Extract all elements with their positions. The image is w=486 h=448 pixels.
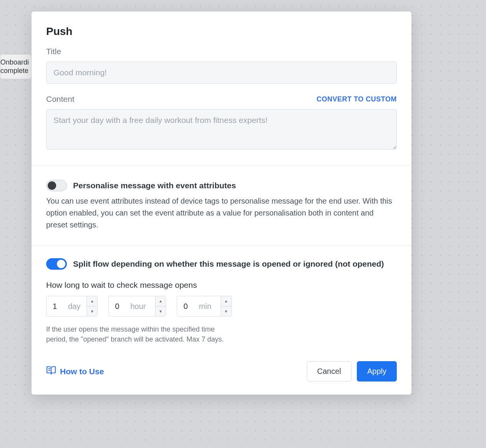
personalise-toggle[interactable] [46, 180, 67, 191]
split-toggle[interactable] [46, 258, 67, 270]
min-step-down[interactable]: ▼ [221, 307, 231, 317]
hour-step-down[interactable]: ▼ [155, 307, 166, 317]
title-input[interactable] [46, 61, 397, 84]
convert-to-custom-button[interactable]: CONVERT TO CUSTOM [316, 95, 397, 103]
wait-spinners: day ▲ ▼ hour ▲ ▼ min ▲ ▼ [46, 296, 397, 317]
min-input[interactable] [177, 296, 196, 316]
day-input[interactable] [47, 296, 66, 316]
min-step-up[interactable]: ▲ [221, 296, 231, 307]
section-personalise: Personalise message with event attribute… [32, 166, 411, 246]
personalise-label: Personalise message with event attribute… [73, 181, 236, 190]
min-spinner: min ▲ ▼ [177, 296, 231, 317]
hour-input[interactable] [109, 296, 128, 316]
how-to-use-label: How to Use [60, 367, 104, 376]
push-modal: Push Title Content CONVERT TO CUSTOM Per… [32, 12, 411, 395]
split-label: Split flow depending on whether this mes… [73, 259, 384, 269]
day-step-up[interactable]: ▲ [87, 296, 97, 307]
min-unit: min [196, 296, 220, 316]
apply-button[interactable]: Apply [357, 361, 397, 382]
node-text-line1: Onboardi [0, 58, 29, 67]
how-to-use-button[interactable]: How to Use [46, 365, 104, 377]
toggle-knob [48, 181, 56, 190]
hour-step-up[interactable]: ▲ [155, 296, 166, 307]
day-unit: day [66, 296, 87, 316]
day-step-down[interactable]: ▼ [87, 307, 97, 317]
hour-spinner: hour ▲ ▼ [108, 296, 166, 317]
section-split: Split flow depending on whether this mes… [32, 246, 411, 395]
canvas-node-onboarding: Onboardi complete [0, 54, 32, 79]
title-label: Title [46, 47, 397, 56]
node-text-line2: complete [0, 67, 29, 75]
book-icon [46, 365, 56, 377]
wait-hint: If the user opens the message within the… [46, 324, 227, 344]
section-content: Push Title Content CONVERT TO CUSTOM [32, 12, 411, 166]
wait-label: How long to wait to check message opens [46, 280, 397, 290]
hour-unit: hour [128, 296, 155, 316]
day-spinner: day ▲ ▼ [46, 296, 98, 317]
content-label: Content [46, 95, 75, 104]
cancel-button[interactable]: Cancel [307, 361, 351, 382]
content-textarea[interactable] [46, 109, 397, 149]
modal-title: Push [46, 25, 397, 38]
personalise-description: You can use event attributes instead of … [46, 195, 392, 231]
toggle-knob [57, 260, 65, 268]
